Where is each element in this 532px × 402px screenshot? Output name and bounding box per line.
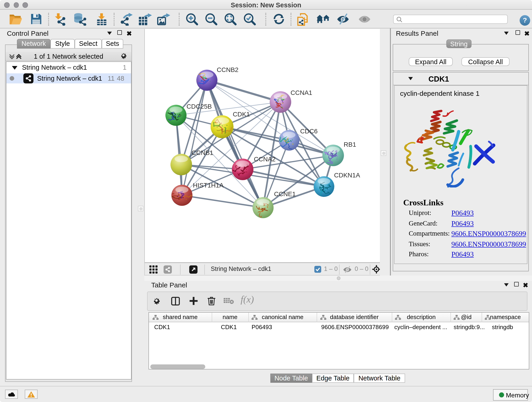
svg-text:CCNA1: CCNA1 [291,89,312,96]
svg-text:CDKN1A: CDKN1A [334,172,360,179]
svg-text:HIST1H1A: HIST1H1A [193,182,224,189]
svg-text:CDK1: CDK1 [233,111,250,118]
svg-text:CCNA2: CCNA2 [254,156,276,163]
svg-text:CCNB1: CCNB1 [191,149,213,156]
svg-text:CDC6: CDC6 [300,128,317,135]
svg-text:CDC25B: CDC25B [186,103,212,110]
svg-text:CCNE1: CCNE1 [274,191,296,198]
svg-text:RB1: RB1 [344,141,356,148]
svg-text:CCNB2: CCNB2 [217,66,239,73]
